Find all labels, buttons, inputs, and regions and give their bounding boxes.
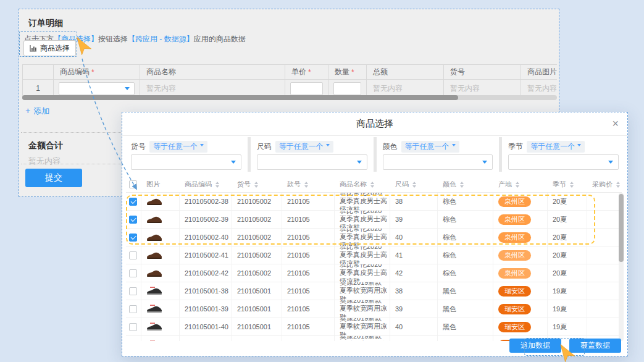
row-checkbox[interactable] bbox=[129, 216, 137, 224]
cell-product-name: 奥康2019新款夏季软宽两用凉鞋 bbox=[335, 318, 390, 336]
row-checkbox[interactable] bbox=[129, 198, 137, 206]
modal-col-header[interactable]: 款号 bbox=[282, 177, 335, 193]
submit-button[interactable]: 提交 bbox=[25, 169, 82, 187]
sort-icon[interactable] bbox=[516, 180, 519, 190]
product-select-modal: 商品选择 × 货号 等于任意一个 尺码 等于任意一个 颜色 等于任意一个 季节 … bbox=[122, 112, 628, 356]
chevron-down-icon bbox=[200, 144, 204, 148]
product-row[interactable]: 210105002-40210105002210105班比常伦2020夏季真皮男… bbox=[126, 229, 622, 246]
product-row[interactable]: 210105002-41210105002210105班比常伦2020夏季真皮男… bbox=[126, 246, 622, 264]
modal-col-header[interactable]: 货号 bbox=[232, 177, 282, 193]
order-col-header: 总额 bbox=[367, 64, 444, 80]
chevron-down-icon bbox=[326, 144, 330, 148]
row-checkbox[interactable] bbox=[129, 287, 137, 295]
filter-operator-dropdown[interactable]: 等于任意一个 bbox=[275, 141, 333, 153]
sort-icon[interactable] bbox=[570, 180, 574, 190]
cell-product-name: 班比常伦2020夏季真皮男士高级凉鞋 bbox=[335, 211, 390, 229]
cell-purchase-price bbox=[587, 318, 622, 336]
product-row[interactable]: 210105002-39210105002210105班比常伦2020夏季真皮男… bbox=[126, 211, 622, 229]
modal-col-header[interactable]: 商品编码 bbox=[180, 177, 232, 193]
cell-size: 38 bbox=[390, 193, 438, 211]
row-checkbox[interactable] bbox=[129, 234, 137, 242]
cell-color: 棕色 bbox=[438, 193, 493, 211]
append-data-button[interactable]: 追加数据 bbox=[509, 339, 561, 353]
cell-style-no: 210105 bbox=[282, 229, 335, 246]
row-checkbox[interactable] bbox=[129, 269, 137, 277]
product-select-button-label: 商品选择 bbox=[40, 43, 70, 54]
filter-value-select[interactable] bbox=[508, 154, 619, 170]
filter-operator-dropdown[interactable]: 等于任意一个 bbox=[401, 141, 459, 153]
filter-size: 尺码 等于任意一个 bbox=[251, 137, 374, 172]
unit-price-input[interactable] bbox=[290, 82, 323, 95]
cell-purchase-price bbox=[587, 229, 622, 246]
product-code-select[interactable] bbox=[59, 82, 135, 95]
modal-col-header[interactable]: 颜色 bbox=[438, 177, 493, 193]
product-row[interactable]: 210105001-40210105001210105奥康2019新款夏季软宽两… bbox=[126, 318, 622, 336]
cell-purchase-price bbox=[587, 246, 622, 264]
product-select-button[interactable]: 商品选择 bbox=[23, 40, 76, 56]
product-row[interactable]: 210105002-42210105002210105班比常伦2020夏季真皮男… bbox=[126, 264, 622, 282]
cell-product-code: 210105002-41 bbox=[180, 246, 232, 264]
filter-value-select[interactable] bbox=[383, 154, 493, 170]
product-row[interactable]: 210105001-39210105001210105奥康2019新款夏季软宽两… bbox=[126, 300, 622, 318]
chevron-down-icon bbox=[231, 161, 236, 166]
cell-color: 棕色 bbox=[438, 246, 493, 264]
vertical-scrollbar[interactable] bbox=[619, 193, 624, 341]
total-empty-text: 暂无内容 bbox=[28, 156, 61, 167]
select-all-checkbox[interactable] bbox=[129, 180, 137, 188]
cell bbox=[126, 246, 141, 264]
filter-item-no: 货号 等于任意一个 bbox=[125, 137, 248, 172]
cell bbox=[141, 282, 180, 300]
cell-size: 38 bbox=[390, 282, 438, 300]
horizontal-scrollbar-thumb[interactable] bbox=[22, 95, 458, 100]
filter-bar: 货号 等于任意一个 尺码 等于任意一个 颜色 等于任意一个 季节 等于任意一个 bbox=[125, 137, 625, 172]
cell bbox=[126, 282, 141, 300]
cell-purchase-price bbox=[587, 211, 622, 229]
cell-product-code: 210105001-38 bbox=[180, 282, 232, 300]
sort-icon[interactable] bbox=[616, 180, 620, 190]
add-row-link[interactable]: 添加 bbox=[25, 106, 49, 117]
filter-operator-dropdown[interactable]: 等于任意一个 bbox=[149, 141, 207, 153]
total-placeholder: 暂无内容 bbox=[367, 83, 403, 94]
sort-icon[interactable] bbox=[215, 180, 219, 190]
product-row[interactable]: 210105002-38210105002210105班比常伦2020夏季真皮男… bbox=[126, 193, 622, 211]
filter-operator-dropdown[interactable]: 等于任意一个 bbox=[527, 141, 585, 153]
modal-col-header[interactable]: 采购价 bbox=[587, 177, 622, 193]
horizontal-scrollbar[interactable] bbox=[22, 95, 557, 100]
modal-col-header[interactable]: 商品名称 bbox=[335, 177, 390, 193]
modal-col-header[interactable]: 尺码 bbox=[390, 177, 438, 193]
sort-icon[interactable] bbox=[304, 180, 308, 190]
cell-color: 棕色 bbox=[438, 211, 493, 229]
chevron-down-icon bbox=[125, 87, 130, 93]
quantity-input[interactable] bbox=[333, 82, 361, 95]
row-checkbox[interactable] bbox=[129, 305, 137, 313]
cell-style-no: 210105 bbox=[282, 318, 335, 336]
sort-icon[interactable] bbox=[254, 180, 258, 190]
cell-color bbox=[438, 336, 493, 341]
order-table-head: 商品编码*商品名称单价*数量*总额货号商品图片 bbox=[23, 64, 557, 80]
cell-style-no bbox=[282, 336, 335, 341]
cell bbox=[126, 193, 141, 211]
panel-title: 订单明细 bbox=[28, 18, 63, 29]
cell-size: 40 bbox=[390, 318, 438, 336]
cell bbox=[141, 246, 180, 264]
row-checkbox[interactable] bbox=[129, 323, 137, 331]
cell bbox=[141, 300, 180, 318]
origin-badge: 瑞安区 bbox=[498, 304, 531, 314]
sort-icon[interactable] bbox=[460, 180, 464, 190]
cell-product-name: 奥康2019新款夏季软宽两用凉鞋 bbox=[335, 336, 390, 341]
row-checkbox[interactable] bbox=[129, 251, 137, 259]
product-row[interactable]: 210105001-38210105001210105奥康2019新款夏季软宽两… bbox=[126, 282, 622, 300]
cell-season: 20夏 bbox=[548, 246, 587, 264]
modal-col-header[interactable]: 季节 bbox=[548, 177, 587, 193]
sort-icon[interactable] bbox=[412, 180, 416, 190]
row-checkbox[interactable] bbox=[129, 341, 137, 342]
overwrite-data-button[interactable]: 覆盖数据 bbox=[569, 339, 621, 353]
filter-value-select[interactable] bbox=[257, 154, 367, 170]
close-icon[interactable]: × bbox=[612, 117, 619, 130]
sort-icon[interactable] bbox=[370, 180, 374, 190]
modal-col-header[interactable]: 产地 bbox=[493, 177, 548, 193]
filter-season: 季节 等于任意一个 bbox=[502, 137, 625, 172]
filter-value-select[interactable] bbox=[131, 154, 241, 170]
vertical-scrollbar-thumb[interactable] bbox=[619, 194, 624, 262]
cell-item-no bbox=[232, 336, 282, 341]
